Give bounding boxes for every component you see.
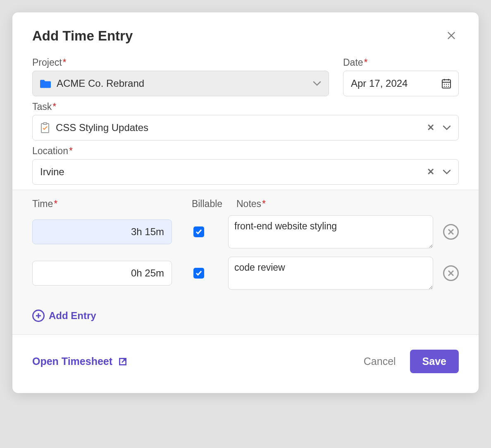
location-clear-button[interactable]: ✕ [424,167,437,177]
date-field: Date* Apr 17, 2024 [343,57,459,96]
footer-actions: Cancel Save [364,350,459,373]
chevron-down-icon [313,81,321,86]
billable-checkbox[interactable] [193,226,204,237]
folder-icon [40,79,51,88]
date-picker[interactable]: Apr 17, 2024 [343,71,459,96]
svg-point-8 [446,86,447,87]
location-select[interactable]: Irvine ✕ [32,159,459,185]
time-entry-modal: Add Time Entry Project* ACME Co. Rebrand… [12,12,479,393]
project-field: Project* ACME Co. Rebrand [32,57,329,96]
col-billable-header: Billable [180,198,234,210]
required-marker: * [364,57,368,68]
required-marker: * [54,198,57,209]
entries-header: Time* Billable Notes* [32,198,459,210]
external-link-icon [117,356,128,367]
svg-point-9 [448,86,449,87]
calendar-icon [442,79,451,88]
entry-row [32,215,459,248]
notes-input[interactable] [228,257,433,290]
col-time-header: Time* [32,198,180,210]
task-label: Task* [32,101,459,112]
billable-checkbox[interactable] [193,268,204,279]
required-marker: * [69,145,73,156]
svg-point-5 [446,84,447,85]
location-value: Irvine [40,166,419,178]
add-entry-label: Add Entry [49,310,96,322]
close-button[interactable] [444,28,459,43]
svg-point-7 [444,86,445,87]
task-select[interactable]: CSS Styling Updates ✕ [32,115,459,141]
svg-rect-11 [43,123,47,124]
project-value: ACME Co. Rebrand [57,78,307,89]
close-icon [446,30,457,41]
required-marker: * [52,101,56,112]
open-timesheet-link[interactable]: Open Timesheet [32,355,128,367]
close-icon [448,270,454,276]
delete-entry-button[interactable] [443,224,459,240]
date-value: Apr 17, 2024 [351,78,408,89]
add-entry-button[interactable]: Add Entry [32,310,96,322]
location-label-text: Location [32,145,68,156]
entry-row [32,257,459,290]
close-icon [448,229,454,235]
billable-cell [172,268,226,279]
date-label: Date* [343,57,459,68]
billable-cell [172,226,226,237]
project-label: Project* [32,57,329,68]
location-field: Location* Irvine ✕ [32,145,459,185]
entries-section: Time* Billable Notes* [12,190,479,335]
svg-point-4 [444,84,445,85]
required-marker: * [262,198,266,209]
save-button[interactable]: Save [410,350,459,373]
clipboard-icon [40,122,50,133]
time-input[interactable] [32,261,172,286]
svg-point-6 [448,84,449,85]
project-select[interactable]: ACME Co. Rebrand [32,71,329,96]
task-label-text: Task [32,101,52,112]
chevron-down-icon [443,169,451,174]
location-label: Location* [32,145,459,157]
open-timesheet-label: Open Timesheet [32,355,112,367]
check-icon [195,228,203,236]
project-label-text: Project [32,57,62,68]
modal-footer: Open Timesheet Cancel Save [32,335,459,373]
task-value: CSS Styling Updates [56,122,419,133]
cancel-button[interactable]: Cancel [364,355,396,367]
check-icon [195,269,203,277]
task-clear-button[interactable]: ✕ [424,122,437,133]
plus-icon [32,310,45,322]
required-marker: * [63,57,67,68]
row-project-date: Project* ACME Co. Rebrand Date* Apr 17, … [32,57,459,96]
delete-entry-button[interactable] [443,265,459,281]
modal-title: Add Time Entry [32,28,133,44]
col-notes-header: Notes* [234,198,438,210]
chevron-down-icon [443,125,451,130]
modal-header: Add Time Entry [32,28,459,44]
task-field: Task* CSS Styling Updates ✕ [32,101,459,141]
time-input[interactable] [32,219,172,244]
date-label-text: Date [343,57,363,68]
notes-input[interactable] [228,215,433,248]
